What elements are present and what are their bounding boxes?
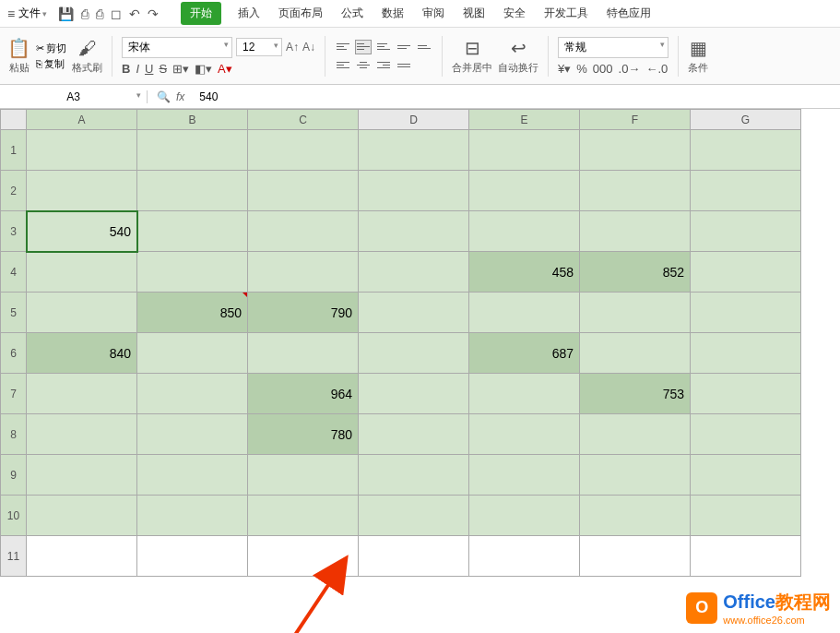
cell-C3[interactable] — [248, 211, 359, 252]
cell-G4[interactable] — [691, 252, 801, 293]
row-header-11[interactable]: 11 — [1, 536, 27, 577]
cell-C6[interactable] — [248, 333, 359, 374]
cell-B1[interactable] — [137, 130, 248, 171]
cell-B9[interactable] — [137, 455, 248, 496]
row-header-10[interactable]: 10 — [1, 496, 27, 536]
align-bottom-button[interactable] — [375, 40, 392, 54]
cell-A7[interactable] — [27, 374, 137, 414]
cell-E2[interactable] — [469, 171, 580, 211]
col-header-E[interactable]: E — [469, 110, 580, 130]
font-size-select[interactable]: 12 — [236, 38, 282, 56]
cell-A8[interactable] — [27, 414, 137, 455]
cell-G2[interactable] — [691, 171, 801, 211]
wrap-button[interactable]: ↩ 自动换行 — [498, 37, 538, 75]
cell-D2[interactable] — [359, 171, 469, 211]
cell-G1[interactable] — [691, 130, 801, 171]
col-header-A[interactable]: A — [27, 110, 137, 130]
currency-button[interactable]: ¥▾ — [558, 62, 571, 76]
tab-devtools[interactable]: 开发工具 — [542, 2, 590, 25]
cell-D4[interactable] — [359, 252, 469, 293]
cell-E6[interactable]: 687 — [469, 333, 580, 374]
number-format-select[interactable]: 常规 — [558, 37, 668, 58]
row-header-9[interactable]: 9 — [1, 455, 27, 496]
bold-button[interactable]: B — [122, 62, 130, 76]
cell-B5[interactable]: 850 — [137, 293, 248, 333]
file-menu[interactable]: 文件 ▾ — [18, 6, 47, 21]
cell-E5[interactable] — [469, 293, 580, 333]
align-left-button[interactable] — [335, 58, 351, 73]
conditional-button[interactable]: ▦ 条件 — [688, 37, 708, 75]
cell-F4[interactable]: 852 — [580, 252, 691, 293]
print-icon-1[interactable]: ⎙ — [81, 6, 89, 21]
cell-D11[interactable] — [359, 536, 469, 577]
grid[interactable]: A B C D E F G 1 2 3540 4458852 5850790 6… — [0, 109, 801, 577]
merge-button[interactable]: ⊟ 合并居中 — [452, 37, 492, 75]
cell-G3[interactable] — [691, 211, 801, 252]
cell-A6[interactable]: 840 — [27, 333, 137, 374]
border-button[interactable]: ⊞▾ — [172, 62, 189, 76]
cell-A5[interactable] — [27, 293, 137, 333]
percent-button[interactable]: % — [576, 62, 587, 76]
cell-F2[interactable] — [580, 171, 691, 211]
cell-A3[interactable]: 540 — [27, 211, 137, 252]
cell-G11[interactable] — [691, 536, 801, 577]
cell-F8[interactable] — [580, 414, 691, 455]
tab-data[interactable]: 数据 — [380, 2, 406, 25]
dec-decimal-button[interactable]: ←.0 — [645, 62, 668, 76]
print-icon-2[interactable]: ⎙ — [96, 6, 103, 21]
cell-G10[interactable] — [691, 496, 801, 536]
fill-color-button[interactable]: ◧▾ — [195, 62, 212, 76]
font-color-button[interactable]: A▾ — [218, 62, 232, 76]
col-header-B[interactable]: B — [137, 110, 248, 130]
row-header-4[interactable]: 4 — [1, 252, 27, 293]
cell-D7[interactable] — [359, 374, 469, 414]
cell-D8[interactable] — [359, 414, 469, 455]
cell-C10[interactable] — [248, 496, 359, 536]
cell-B4[interactable] — [137, 252, 248, 293]
cell-G9[interactable] — [691, 455, 801, 496]
cell-A11[interactable] — [27, 536, 137, 577]
cell-G8[interactable] — [691, 414, 801, 455]
inc-decimal-button[interactable]: .0→ — [619, 62, 641, 76]
cell-E8[interactable] — [469, 414, 580, 455]
cell-B3[interactable] — [137, 211, 248, 252]
cell-A9[interactable] — [27, 455, 137, 496]
format-painter-button[interactable]: 🖌 格式刷 — [72, 38, 102, 75]
align-top-button[interactable] — [335, 40, 351, 54]
paste-button[interactable]: 📋 粘贴 — [7, 37, 30, 75]
align-right-button[interactable] — [375, 58, 392, 73]
cell-D9[interactable] — [359, 455, 469, 496]
cell-F6[interactable] — [580, 333, 691, 374]
tab-view[interactable]: 视图 — [461, 2, 487, 25]
cell-G5[interactable] — [691, 293, 801, 333]
row-header-8[interactable]: 8 — [1, 414, 27, 455]
cut-button[interactable]: ✂剪切 — [36, 42, 66, 55]
cell-A1[interactable] — [27, 130, 137, 171]
tab-start[interactable]: 开始 — [181, 2, 221, 25]
col-header-G[interactable]: G — [691, 110, 801, 130]
cell-B2[interactable] — [137, 171, 248, 211]
cell-E10[interactable] — [469, 496, 580, 536]
cell-C4[interactable] — [248, 252, 359, 293]
decrease-font-icon[interactable]: A↓ — [302, 41, 315, 54]
cell-E7[interactable] — [469, 374, 580, 414]
col-header-F[interactable]: F — [580, 110, 691, 130]
row-header-5[interactable]: 5 — [1, 293, 27, 333]
strike-button[interactable]: S — [159, 62, 167, 76]
cell-D1[interactable] — [359, 130, 469, 171]
col-header-D[interactable]: D — [359, 110, 469, 130]
increase-font-icon[interactable]: A↑ — [286, 41, 299, 54]
cell-D3[interactable] — [359, 211, 469, 252]
select-all-corner[interactable] — [1, 110, 27, 130]
name-box[interactable]: A3 — [0, 90, 148, 103]
align-middle-button[interactable] — [355, 40, 372, 54]
cell-E11[interactable] — [469, 536, 580, 577]
cell-A4[interactable] — [27, 252, 137, 293]
cell-E4[interactable]: 458 — [469, 252, 580, 293]
comma-button[interactable]: 000 — [593, 62, 613, 76]
italic-button[interactable]: I — [136, 62, 139, 76]
cell-C7[interactable]: 964 — [248, 374, 359, 414]
cell-C5[interactable]: 790 — [248, 293, 359, 333]
cell-D5[interactable] — [359, 293, 469, 333]
cell-D10[interactable] — [359, 496, 469, 536]
